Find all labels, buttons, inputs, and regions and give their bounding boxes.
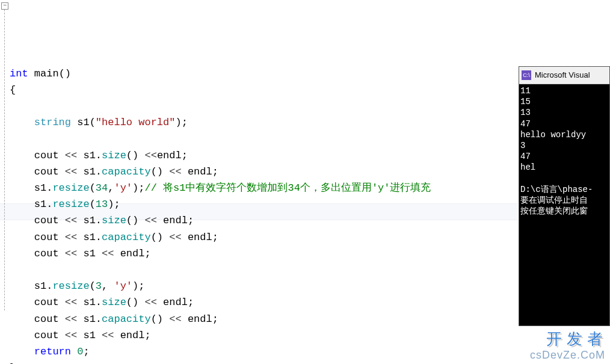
- keyword-return: return: [34, 346, 71, 357]
- keyword-int: int: [10, 68, 28, 79]
- console-title-text: Microsoft Visual: [535, 67, 590, 84]
- fold-minus-icon[interactable]: −: [1, 2, 8, 10]
- console-titlebar[interactable]: C:\ Microsoft Visual: [519, 67, 609, 84]
- method-size: size: [102, 150, 126, 161]
- vs-console-icon: C:\: [522, 70, 531, 80]
- string-literal: "hello world": [96, 117, 176, 128]
- method-capacity: capacity: [102, 166, 151, 177]
- fold-line: [4, 10, 5, 310]
- watermark-url: csDevZe.CoM: [530, 349, 605, 362]
- parens: (): [59, 68, 71, 79]
- var-s1: s1: [71, 117, 90, 128]
- func-main: main: [28, 68, 59, 79]
- console-window[interactable]: C:\ Microsoft Visual 11 15 13 47 hello w…: [519, 66, 610, 326]
- method-resize: resize: [52, 182, 89, 194]
- code-editor[interactable]: − int main() { string s1("hello world");…: [0, 0, 527, 364]
- type-string: string: [34, 117, 71, 128]
- char-literal: 'y': [114, 182, 132, 194]
- brace-open: {: [10, 84, 16, 96]
- watermark-cn: 开发者: [546, 329, 608, 350]
- comment: // 将s1中有效字符个数增加到34个，多出位置用'y'进行填充: [144, 182, 431, 194]
- console-output: 11 15 13 47 hello worldyy 3 47 hel D:\c语…: [519, 84, 609, 218]
